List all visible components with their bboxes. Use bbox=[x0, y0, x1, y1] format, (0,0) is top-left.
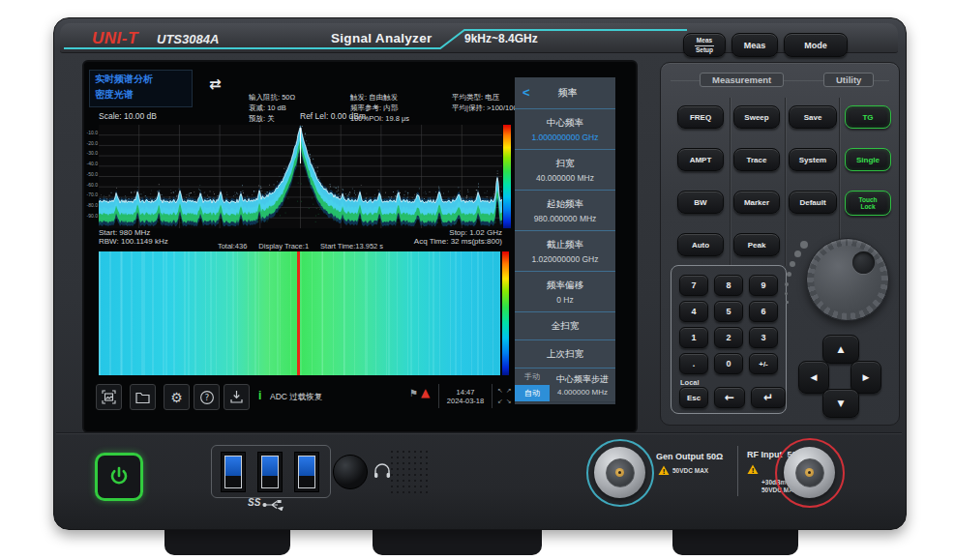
up-arrow-key[interactable]: ▲ bbox=[822, 335, 859, 364]
screenshot-icon[interactable] bbox=[96, 384, 122, 410]
flag-icon: ⚑ bbox=[409, 388, 418, 398]
svg-text:!: ! bbox=[751, 467, 754, 475]
y-tick: -40.0 bbox=[77, 161, 98, 166]
key-panel: Measurement Utility FREQ AMPT BW Auto Sw… bbox=[660, 62, 900, 426]
sweep-button[interactable]: Sweep bbox=[733, 105, 780, 129]
auto-button[interactable]: Auto bbox=[677, 233, 724, 256]
bw-button[interactable]: BW bbox=[677, 191, 724, 214]
status-message: ADC 过载恢复 bbox=[270, 392, 322, 403]
menu-item-start-frequency[interactable]: 起始频率980.000000 MHz bbox=[515, 190, 615, 230]
help-icon[interactable]: ? bbox=[194, 384, 220, 410]
spectrum-display bbox=[99, 125, 502, 228]
y-tick: -20.0 bbox=[77, 140, 98, 146]
speaker-grille bbox=[389, 449, 432, 494]
power-button[interactable] bbox=[95, 453, 143, 501]
peak-button[interactable]: Peak bbox=[733, 233, 780, 256]
right-arrow-key[interactable]: ▶ bbox=[851, 361, 881, 394]
menu-item-cf-step[interactable]: 手动 自动 中心频率步进 4.000000 MHz bbox=[515, 368, 615, 401]
key-6[interactable]: 6 bbox=[749, 301, 778, 322]
start-freq-label: Start: 980 MHz bbox=[99, 228, 150, 237]
meas-button[interactable]: Meas bbox=[731, 33, 778, 57]
usb-port bbox=[257, 452, 283, 492]
y-tick: -70.0 bbox=[77, 192, 98, 197]
waterfall-display bbox=[99, 251, 500, 375]
esc-key[interactable]: Esc bbox=[679, 387, 708, 408]
stop-freq-label: Stop: 1.02 GHz bbox=[328, 228, 502, 237]
rotary-knob[interactable] bbox=[806, 238, 889, 321]
menu-item-last-span[interactable]: 上次扫宽 bbox=[515, 339, 615, 368]
mode-label[interactable]: 实时频谱分析 密度光谱 bbox=[89, 70, 193, 107]
knob-dimple bbox=[852, 251, 875, 274]
folder-icon[interactable] bbox=[130, 384, 156, 410]
gen-output-label: Gen Output 50Ω bbox=[656, 452, 723, 461]
model-number: UTS3084A bbox=[157, 32, 219, 46]
key-3[interactable]: 3 bbox=[749, 327, 778, 348]
gen-warning-text: 50VDC MAX bbox=[672, 467, 708, 475]
touch-lock-button[interactable]: Touch Lock bbox=[845, 191, 891, 216]
single-button[interactable]: Single bbox=[845, 148, 891, 171]
info-icon: i bbox=[258, 389, 261, 402]
menu-item-stop-frequency[interactable]: 截止频率1.020000000 GHz bbox=[515, 230, 615, 271]
meas-setup-button[interactable]: Meas Setup bbox=[683, 33, 726, 57]
freq-button[interactable]: FREQ bbox=[677, 105, 724, 129]
key-5[interactable]: 5 bbox=[714, 301, 743, 322]
menu-title: 频率 bbox=[538, 86, 615, 100]
usb-port bbox=[294, 452, 319, 492]
usb-trident-icon bbox=[262, 499, 284, 511]
back-chevron-icon[interactable]: < bbox=[515, 85, 538, 102]
key-dot[interactable]: . bbox=[679, 353, 708, 374]
key-0[interactable]: 0 bbox=[714, 353, 743, 374]
gen-warning-icon: ! bbox=[658, 465, 670, 476]
measurement-section-header: Measurement bbox=[700, 73, 784, 87]
down-arrow-key[interactable]: ▼ bbox=[822, 389, 859, 418]
headphone-jack bbox=[333, 455, 368, 489]
analyzer-front-panel: UNI-T UTS3084A Signal Analyzer 9kHz~8.4G… bbox=[0, 0, 955, 560]
status-link-icons: ↖↗↙↘ bbox=[497, 386, 515, 407]
trace-button[interactable]: Trace bbox=[733, 148, 780, 171]
touchscreen: 实时频谱分析 密度光谱 ⇄ 输入阻抗: 50Ω衰减: 10 dB预放: 关 触发… bbox=[82, 60, 638, 433]
marker-button[interactable]: Marker bbox=[733, 191, 780, 214]
scale-label: Scale: 10.00 dB bbox=[99, 111, 157, 121]
power-icon bbox=[108, 466, 130, 487]
waterfall-color-scale bbox=[502, 251, 509, 375]
key-8[interactable]: 8 bbox=[714, 275, 743, 296]
backspace-key[interactable]: ← bbox=[714, 387, 745, 408]
tg-button[interactable]: TG bbox=[845, 105, 891, 129]
ampt-button[interactable]: AMPT bbox=[677, 148, 724, 171]
save-icon[interactable] bbox=[224, 384, 250, 410]
menu-item-frequency-offset[interactable]: 频率偏移0 Hz bbox=[515, 271, 615, 311]
enter-key[interactable]: ↵ bbox=[751, 387, 786, 408]
key-9[interactable]: 9 bbox=[749, 275, 778, 296]
menu-item-span[interactable]: 扫宽40.000000 MHz bbox=[515, 149, 615, 190]
y-tick: -30.0 bbox=[77, 150, 98, 156]
continuous-sweep-icon[interactable]: ⇄ bbox=[209, 75, 222, 93]
left-arrow-key[interactable]: ◀ bbox=[798, 361, 829, 394]
default-button[interactable]: Default bbox=[789, 191, 837, 214]
waterfall-header: Total:436Display Trace:1Start Time:13.95… bbox=[99, 242, 502, 251]
clock: 14:472024-03-18 bbox=[442, 388, 489, 405]
gear-icon[interactable]: ⚙ bbox=[164, 384, 190, 410]
svg-text:?: ? bbox=[204, 393, 209, 402]
ref-level-label: Ref Lel: 0.00 dBm bbox=[300, 111, 366, 121]
spectrum-color-scale bbox=[503, 125, 511, 228]
menu-header: < 频率 bbox=[515, 77, 615, 108]
key-1[interactable]: 1 bbox=[679, 327, 708, 348]
save-button[interactable]: Save bbox=[789, 105, 837, 129]
system-button[interactable]: System bbox=[789, 148, 837, 171]
mode-button[interactable]: Mode bbox=[784, 33, 848, 57]
utility-section-header: Utility bbox=[823, 73, 874, 87]
menu-item-full-span[interactable]: 全扫宽 bbox=[515, 311, 615, 339]
key-4[interactable]: 4 bbox=[679, 301, 708, 322]
overload-warning-icon: ▲ bbox=[421, 386, 430, 399]
manual-auto-toggle[interactable]: 手动 自动 bbox=[515, 368, 550, 401]
y-tick: -10.0 bbox=[77, 130, 98, 135]
frequency-range: 9kHz~8.4GHz bbox=[464, 32, 538, 45]
y-tick: -80.0 bbox=[77, 202, 98, 208]
key-2[interactable]: 2 bbox=[714, 327, 743, 348]
menu-filler bbox=[515, 401, 615, 404]
key-7[interactable]: 7 bbox=[679, 275, 708, 296]
key-plus-minus[interactable]: +/- bbox=[749, 353, 778, 374]
menu-item-center-frequency[interactable]: 中心频率1.000000000 GHz bbox=[515, 108, 615, 149]
local-label: Local bbox=[680, 378, 700, 387]
svg-text:!: ! bbox=[662, 468, 665, 476]
